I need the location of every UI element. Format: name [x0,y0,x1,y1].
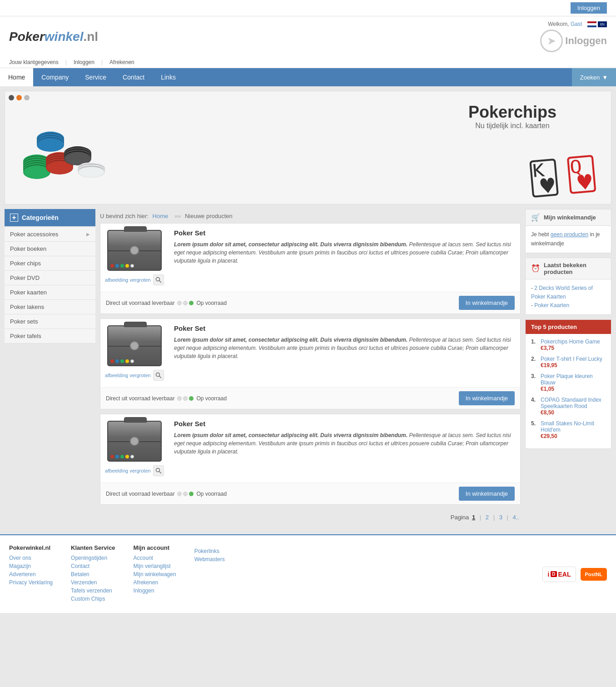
sidebar-item-kaarten[interactable]: Poker kaarten [5,285,95,300]
stock-dots [177,492,194,496]
flag-uk[interactable]: EN [598,21,607,27]
cart-header: 🛒 Mijn winkelmandje [526,209,611,226]
svg-point-4 [156,468,159,472]
zoom-icon[interactable] [153,465,164,476]
sidebar-item-accessoires[interactable]: Poker accessoires ▶ [5,227,95,242]
sidebar-item-dvd[interactable]: Poker DVD [5,271,95,285]
stock-label: Direct uit voorraad leverbaar [106,300,174,306]
breadcrumb: U bevind zich hier: Home »» Nieuwe produ… [100,209,521,223]
footer-link-privacy[interactable]: Privacy Verklaring [9,579,53,586]
recently-viewed-item-1[interactable]: 2 Decks World Series of Poker Kaarten [531,285,593,300]
flag-nl[interactable] [587,21,596,27]
login-side[interactable]: ➤ Inloggen [540,30,607,52]
sidebar-item-lakens[interactable]: Poker lakens [5,300,95,314]
footer-link-verlanglijst[interactable]: Mijn verlanglijst [134,563,176,569]
footer-link-inloggen[interactable]: Inloggen [134,587,176,594]
top5-num-3: 3. [531,373,538,392]
pagination: Pagina 1 | 2 | 3 | 4.. [100,509,521,525]
footer-link-pokerlinks[interactable]: Pokerlinks [194,548,225,554]
nav-service[interactable]: Service [77,68,114,86]
stock-info: Direct uit voorraad leverbaar Op voorraa… [106,491,227,497]
pagination-page-3[interactable]: 3 [499,514,502,521]
cart-no-items-link[interactable]: geen producten [551,231,588,238]
sidebar-item-boeken[interactable]: Poker boeken [5,242,95,256]
list-item: 4. COPAG Standaard Index Speelkaarten Ro… [531,397,606,416]
sub-nav-afrekenen[interactable]: Afrekenen [109,59,134,65]
footer-cols: Pokerwinkel.nl Over ons Magazijn Adverte… [9,544,607,604]
product-bottom: Direct uit voorraad leverbaar Op voorraa… [100,483,520,504]
footer-link-verzenden[interactable]: Verzenden [71,579,115,586]
enlarge-link[interactable]: afbeelding vergroten [105,468,150,473]
top5-link-2[interactable]: Poker T-shirt I Feel Lucky [541,356,602,362]
recently-viewed-item-2[interactable]: Poker Kaarten [534,302,569,309]
logo-winkel: winkel [45,30,84,44]
top5-link-5[interactable]: Small Stakes No-Limit Hold'em [541,420,606,433]
topbar-login-button[interactable]: Inloggen [571,2,607,14]
footer-link-betalen[interactable]: Betalen [71,571,115,577]
nav-company[interactable]: Company [33,68,77,86]
sidebar-item-tafels[interactable]: Poker tafels [5,329,95,344]
pagination-page-1[interactable]: 1 [472,514,475,521]
nav-links[interactable]: Links [153,68,184,86]
top5-price-5: €29,50 [541,433,557,439]
sidebar-item-chips[interactable]: Poker chips [5,256,95,271]
sidebar-menu: Poker accessoires ▶ Poker boeken Poker c… [5,227,95,344]
nav-home[interactable]: Home [0,68,33,86]
footer-link-custom-chips[interactable]: Custom Chips [71,596,115,602]
banner-dot-3[interactable] [24,95,30,100]
add-to-cart-button[interactable]: In winkelmandje [459,391,515,405]
breadcrumb-home[interactable]: Home [153,213,169,219]
nav-contact[interactable]: Contact [114,68,153,86]
banner-dot-2[interactable] [16,95,22,100]
footer: Pokerwinkel.nl Over ons Magazijn Adverte… [0,534,616,613]
stock-dot-3 [189,492,194,496]
top5-link-3[interactable]: Poker Plaque kleuren Blauw [541,373,606,386]
footer-link-adverteren[interactable]: Adverteren [9,571,53,577]
top5-link-4[interactable]: COPAG Standaard Index Speelkaarten Rood [541,397,606,409]
product-card: afbeelding vergroten Poker Set Lorem ips… [100,319,521,409]
footer-col-brand: Pokerwinkel.nl Over ons Magazijn Adverte… [9,544,53,604]
top5-item-content-5: Small Stakes No-Limit Hold'em €29,50 [541,420,606,439]
footer-link-account[interactable]: Account [134,555,176,561]
footer-link-openingstijden[interactable]: Openingstijden [71,555,115,561]
sidebar-item-label: Poker kaarten [10,289,47,296]
footer-link-magazijn[interactable]: Magazijn [9,563,53,569]
top5-link-1[interactable]: Pokerchips Home Game [541,339,600,345]
sidebar-item-label: Poker DVD [10,274,40,281]
enlarge-link[interactable]: afbeelding vergroten [105,373,150,378]
sidebar-item-label: Poker sets [10,318,38,325]
top5-num-4: 4. [531,397,538,416]
footer-col-service: Klanten Service Openingstijden Contact B… [71,544,115,604]
main-nav: Home Company Service Contact Links Zoeke… [0,68,616,86]
zoom-icon[interactable] [153,274,164,285]
footer-brand-label: Pokerwinkel.nl [9,544,53,551]
footer-link-winkelwagen[interactable]: Mijn winkelwagen [134,571,176,577]
header-right: Welkom, Gast EN ➤ Inloggen [540,21,607,52]
footer-link-webmasters[interactable]: Webmasters [194,556,225,563]
footer-link-contact[interactable]: Contact [71,563,115,569]
top5-list: 1. Pokerchips Home Game €3,75 2. Poker T… [526,334,611,448]
footer-link-over-ons[interactable]: Over ons [9,555,53,561]
pagination-page-2[interactable]: 2 [486,514,489,521]
enlarge-link[interactable]: afbeelding vergroten [105,277,150,283]
sub-nav: Jouw klantgegevens | Inloggen | Afrekene… [0,57,616,68]
add-to-cart-button[interactable]: In winkelmandje [459,487,515,501]
add-to-cart-button[interactable]: In winkelmandje [459,296,515,310]
sidebar-item-sets[interactable]: Poker sets [5,314,95,329]
product-image: afbeelding vergroten [100,319,169,387]
login-side-label[interactable]: Inloggen [565,35,607,47]
zoom-icon[interactable] [153,370,164,381]
footer-link-tafels-verzenden[interactable]: Tafels verzenden [71,587,115,594]
sub-nav-inloggen[interactable]: Inloggen [74,59,94,65]
search-button[interactable]: Zoeken ▼ [572,68,616,86]
footer-link-afrekenen[interactable]: Afrekenen [134,579,176,586]
pagination-page-4[interactable]: 4.. [513,514,519,521]
breadcrumb-current: Nieuwe producten [185,213,233,219]
top5-item-content-4: COPAG Standaard Index Speelkaarten Rood … [541,397,606,416]
logo[interactable]: Pokerwinkel.nl [9,30,98,44]
stock-dot-2 [183,492,188,496]
footer-service-label: Klanten Service [71,544,115,551]
banner-dot-1[interactable] [9,95,14,100]
guest-link[interactable]: Gast [571,21,582,27]
sub-nav-klantgegevens[interactable]: Jouw klantgegevens [9,59,59,65]
